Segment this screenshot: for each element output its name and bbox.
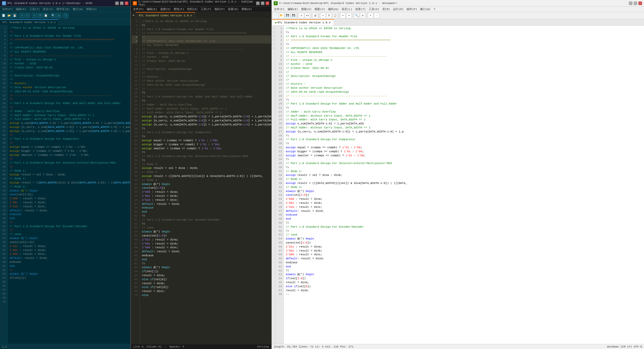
npp-maximize-btn[interactable]: □ [634, 2, 637, 5]
gvim-tool-find[interactable]: 🔍 [51, 13, 56, 18]
gvim-tool-redo[interactable]: ↪ [25, 13, 30, 18]
npp-editor-body[interactable]: □ □ □ □ □ □ [272, 26, 644, 344]
st-line-42: always @(*) begin [142, 182, 271, 186]
npp-line-7: // ALL RIGHTS RESERVED [286, 51, 644, 55]
st-line-19: \\ [142, 91, 271, 95]
gvim-menu-file[interactable]: 文件(F) [1, 7, 14, 11]
npp-tool-closeall[interactable]: ✕✕ [305, 13, 310, 18]
npp-menu-encode[interactable]: 编码(N) [327, 7, 340, 11]
npp-menu-search[interactable]: 搜索(S) [300, 7, 313, 11]
gvim-menu-tools[interactable]: 工具(T) [28, 7, 41, 11]
gvim-tool-open[interactable]: 📂 [7, 13, 12, 18]
gvim-minimize-btn[interactable]: ─ [115, 2, 119, 5]
gvim-tool-cut[interactable]: ✂ [32, 13, 37, 18]
npp-tool-undo[interactable]: ↩ [340, 13, 346, 18]
gvim-tool-copy[interactable]: ⎘ [38, 13, 43, 18]
st-line-48: endcase [142, 206, 271, 210]
npp-menu-run[interactable]: 运行(R) [392, 7, 405, 11]
code-line-20: // Part 1.0 Standard Design For Adder an… [10, 102, 130, 106]
gvim-tool-replace[interactable]: ⇄ [56, 13, 61, 18]
sublime-tab-arrow[interactable]: ◀ [131, 12, 136, 19]
sublime-editor-body[interactable]: 1234 5 6 78910 1112131415 1617181920 212… [131, 19, 271, 344]
gvim-win-controls[interactable]: ─ □ ✕ [115, 2, 128, 5]
npp-tool-print[interactable]: 🖨 [312, 13, 318, 18]
sublime-menu-goto[interactable]: 转到(G) [186, 7, 199, 11]
sublime-menu-tools[interactable]: 工具(T) [199, 7, 213, 11]
sublime-menu-edit[interactable]: 编辑(E) [145, 7, 158, 11]
npp-menu-plugins[interactable]: 插件(P) [405, 7, 418, 11]
sublime-maximize-btn[interactable]: □ [261, 2, 264, 5]
sublime-win-controls[interactable]: ─ □ ✕ [256, 2, 269, 5]
npp-tool-copy[interactable]: ⎘ [326, 13, 332, 18]
gvim-tool-paste[interactable]: 📋 [43, 13, 48, 18]
npp-menu-view[interactable]: 视图(V) [313, 7, 326, 11]
npp-menu-file[interactable]: 文件(F) [273, 7, 286, 11]
npp-menu-tools[interactable]: 工具(O) [368, 7, 381, 11]
gvim-tool-new[interactable]: 📄 [1, 13, 6, 18]
npp-tool-find[interactable]: 🔍 [354, 13, 359, 18]
sublime-menu-find[interactable]: 查找(F) [172, 7, 185, 11]
sublime-status-bar: Line 6, Column 61 | Spaces: 4 Verilog [131, 344, 271, 349]
code-line-63: always @(*) begin [10, 272, 130, 276]
npp-tool-open[interactable]: 📂 [279, 13, 284, 18]
npp-tool-zoom-in[interactable]: + [368, 13, 373, 18]
gvim-code-content[interactable]: //There is no SPACE or ENTER in Verilog … [8, 25, 130, 344]
gvim-tool-help[interactable]: ? [63, 13, 68, 18]
sublime-menu-settings[interactable]: 设置(N) [227, 7, 240, 11]
npp-menu-edit[interactable]: 编辑(E) [286, 7, 299, 11]
npp-line-51: // Part 1.0 Standard Design For Encoder/… [286, 225, 644, 229]
gvim-menu-bar[interactable]: 文件(F) 编辑(E) 工具(T) 语法(S) 缓中区(B) 窗口(W) 帮助(… [0, 7, 130, 12]
sublime-menu-select[interactable]: 选择(S) [159, 7, 172, 11]
npp-line-60: endcase [286, 261, 644, 265]
npp-close-btn[interactable]: ✕ [638, 2, 642, 5]
sublime-menu-file[interactable]: 文件(F) [132, 7, 145, 11]
npp-menu-lang[interactable]: 语言(L) [340, 7, 353, 11]
gvim-tool-save[interactable]: 💾 [12, 13, 17, 18]
sublime-menu-bar[interactable]: 文件(F) 编辑(E) 选择(S) 查找(F) 转到(G) 工具(T) 项目(P… [131, 7, 271, 12]
gvim-menu-window[interactable]: 窗口(W) [71, 7, 85, 11]
npp-tool-new[interactable]: 📄 [273, 13, 278, 18]
npp-tool-saveall[interactable]: 💾 [291, 13, 296, 18]
sublime-close-btn[interactable]: ✕ [266, 2, 269, 5]
npp-code-content[interactable]: //There is no SPACE or ENTER in Verilog … [284, 26, 644, 344]
gvim-menu-edit[interactable]: 编辑(E) [15, 7, 28, 11]
sublime-tab-active[interactable]: RTL Standard Codes Version 1.0.v [136, 12, 195, 19]
gvim-tab-active[interactable]: RTL Standard Codes Version 1.0.v [0, 19, 58, 25]
sublime-minimize-btn[interactable]: ─ [256, 2, 260, 5]
gvim-menu-buffer[interactable]: 缓中区(B) [55, 7, 71, 11]
npp-menu-settings[interactable]: 设置(T) [354, 7, 367, 11]
npp-tool-save[interactable]: 💾 [285, 13, 290, 18]
npp-tool-paste[interactable]: 📋 [332, 13, 338, 18]
npp-menu-window[interactable]: 窗口(W) [419, 7, 432, 11]
sublime-code-content[interactable]: //There is no SPACE or ENTER in Verilog … [140, 19, 271, 344]
npp-tool-redo[interactable]: ↪ [346, 13, 352, 18]
sublime-tab-label: RTL Standard Codes Version 1.0.v [139, 14, 192, 17]
npp-menu-macro[interactable]: 宏(M) [381, 7, 391, 11]
gvim-close-btn[interactable]: ✕ [125, 2, 128, 5]
gvim-tool-undo[interactable]: ↩ [19, 13, 24, 18]
code-line-44: 2'b00 : result = dina; [10, 197, 130, 201]
npp-fold-col: □ □ □ □ □ □ [272, 26, 275, 344]
npp-menu-bar[interactable]: 文件(F) 编辑(E) 搜索(S) 视图(V) 编码(N) 语言(L) 设置(T… [272, 7, 644, 12]
sublime-menu-project[interactable]: 项目(P) [213, 7, 226, 11]
gvim-editor-body[interactable]: 12345 678910 1112131415 1617181920 21222… [0, 25, 130, 344]
npp-tool-zoom-out[interactable]: - [374, 13, 379, 18]
st-line-65: result = dina; [142, 274, 271, 278]
gvim-menu-help[interactable]: 帮助(H) [85, 7, 98, 11]
npp-win-controls[interactable]: ─ □ ✕ [629, 2, 642, 5]
npp-minimize-btn[interactable]: ─ [629, 2, 632, 5]
st-line-49: end [142, 210, 271, 214]
sublime-menu-help[interactable]: 帮助(H) [240, 7, 253, 11]
st-line-32: assign bigger = (compa >= compb) ? 1'b1 … [142, 143, 271, 147]
gvim-maximize-btn[interactable]: □ [120, 2, 124, 5]
npp-sep3 [319, 13, 319, 18]
code-line-38: assign result = sel ? dina : dinb; [10, 173, 130, 177]
npp-menu-help[interactable]: ? [432, 8, 437, 11]
npp-tool-replace[interactable]: ⇄ [360, 13, 366, 18]
npp-tool-close[interactable]: ✕ [299, 13, 304, 18]
npp-line-26: // Half-Adder: Without Carry Input, DATA… [286, 126, 644, 130]
code-line-54: always @(*) begin [10, 236, 130, 240]
npp-tool-cut[interactable]: ✂ [320, 13, 326, 18]
gvim-menu-syntax[interactable]: 语法(S) [42, 7, 55, 11]
npp-tab-active[interactable]: ■ RTL Standard Codes Version 1.0.v [272, 19, 334, 25]
